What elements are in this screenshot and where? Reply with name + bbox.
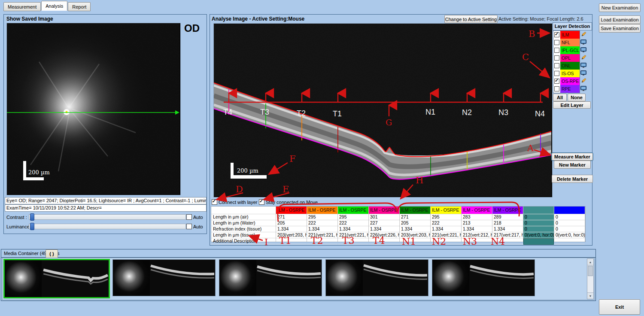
layer-color-band[interactable]: ONL (560, 62, 580, 70)
luminance-slider[interactable] (29, 224, 186, 229)
value-tissue[interactable]: 0(vert:0, hor:0) (523, 232, 554, 238)
value-description[interactable] (523, 238, 554, 245)
value-water[interactable]: 205 (400, 220, 430, 226)
value-description[interactable] (400, 238, 430, 244)
layer-color-band[interactable]: NFL (560, 39, 580, 46)
column-header[interactable] (554, 207, 585, 214)
column-header[interactable]: ILM - OSRPE (276, 207, 307, 214)
value-air[interactable]: 271 (400, 214, 430, 220)
value-water[interactable]: 227 (369, 220, 399, 226)
value-water[interactable]: 222 (307, 220, 337, 226)
value-water[interactable]: 213 (462, 220, 492, 226)
layer-checkbox[interactable] (554, 86, 559, 91)
value-refraction[interactable]: 1.334 (369, 226, 399, 232)
value-refraction[interactable]: 1.334 (492, 226, 523, 232)
value-tissue[interactable]: 203(vert:203, ho (400, 232, 430, 238)
value-tissue[interactable]: 221(vert:221, ho (338, 232, 368, 238)
value-air[interactable]: 0 (523, 214, 554, 220)
column-header[interactable]: ILM - OSRPE (431, 207, 461, 214)
value-tissue[interactable]: 221(vert:221, ho (307, 232, 337, 238)
value-air[interactable]: 271 (276, 214, 307, 220)
layer-checkbox[interactable] (554, 79, 559, 84)
column-header[interactable]: ILM - OSRPE (307, 207, 337, 214)
value-refraction[interactable]: 1.334 (338, 226, 368, 232)
layer-action[interactable] (580, 46, 587, 54)
measure-marker-button[interactable]: Measure Marker (552, 153, 593, 161)
value-refraction[interactable]: 1.334 (431, 226, 461, 232)
value-water[interactable]: 218 (492, 220, 523, 226)
new-marker-button[interactable]: New Marker (554, 161, 591, 169)
layer-color-band[interactable]: RPE (560, 85, 580, 93)
layers-none-button[interactable]: None (568, 94, 586, 101)
value-refraction[interactable]: 1.334 (462, 226, 492, 232)
value-water[interactable]: 0 (554, 220, 585, 226)
layer-action[interactable] (580, 69, 587, 77)
value-refraction[interactable]: 1.334 (307, 226, 337, 232)
column-header[interactable]: ILM - OSRPE (462, 207, 492, 214)
edit-layer-button[interactable]: Edit Layer (553, 101, 591, 109)
load-examination-button[interactable]: Load Examination (599, 15, 641, 24)
scroll-up-arrow[interactable]: ▲ (587, 259, 593, 265)
value-water[interactable]: 222 (431, 220, 461, 226)
value-refraction[interactable]: 1.334 (276, 226, 307, 232)
layer-action[interactable] (580, 38, 587, 46)
value-tissue[interactable]: 221(vert:221, ho (431, 232, 461, 238)
media-thumbnail[interactable] (219, 259, 322, 296)
value-description[interactable] (462, 238, 492, 244)
stay-connected-checkbox[interactable] (259, 199, 264, 205)
scroll-down-arrow[interactable]: ▼ (587, 292, 593, 299)
media-thumbnail[interactable] (432, 259, 535, 296)
value-tissue[interactable]: 212(vert:212, ho (462, 232, 492, 238)
change-active-setting-button[interactable]: Change to Active Setting (444, 15, 498, 23)
layers-all-button[interactable]: All (553, 94, 567, 101)
value-description[interactable] (492, 238, 523, 244)
value-air[interactable]: 283 (462, 214, 492, 220)
value-tissue[interactable]: 0(vert:0, hor:0) (554, 232, 585, 238)
column-header[interactable]: ILM - OSRPE (369, 207, 399, 214)
layer-color-band[interactable]: IPL-GCL (560, 46, 580, 54)
layer-checkbox[interactable] (554, 71, 559, 76)
value-description[interactable] (554, 238, 585, 244)
column-header[interactable] (523, 207, 554, 214)
layer-action[interactable] (580, 85, 587, 92)
layer-checkbox[interactable] (554, 48, 559, 53)
value-description[interactable] (369, 238, 399, 244)
media-scrollbar[interactable]: ▲ ▼ (587, 258, 594, 299)
layer-checkbox[interactable] (554, 55, 559, 61)
value-air[interactable]: 295 (338, 214, 368, 220)
value-water[interactable]: 222 (338, 220, 368, 226)
layer-color-band[interactable]: ILM (560, 31, 580, 39)
exit-button[interactable]: Exit (599, 299, 640, 315)
value-tissue[interactable]: 217(vert:217, ho (492, 232, 523, 238)
main-tab[interactable]: Analysis (41, 1, 67, 11)
layer-color-band[interactable]: OS-RPE (560, 77, 580, 85)
value-refraction[interactable]: 0 (523, 226, 554, 232)
layer-checkbox[interactable] (554, 32, 559, 37)
layer-checkbox[interactable] (554, 40, 559, 45)
value-water[interactable]: 0 (523, 220, 554, 226)
save-examination-button[interactable]: Save Examination (599, 24, 641, 33)
value-description[interactable] (276, 238, 307, 244)
delete-marker-button[interactable]: Delete Marker (552, 175, 593, 183)
value-refraction[interactable]: 0 (554, 226, 585, 232)
main-tab[interactable]: Measurement (3, 2, 41, 11)
column-header[interactable]: ILM - OSRPE (400, 207, 430, 214)
value-air[interactable]: 295 (431, 214, 461, 220)
layer-color-band[interactable]: IS-OS (560, 70, 580, 77)
value-description[interactable] (431, 238, 461, 244)
media-thumbnail[interactable] (112, 259, 216, 296)
contrast-slider[interactable] (29, 214, 186, 220)
oct-bscan-image[interactable]: T4 T3 T2 T1 N1 N2 N3 N4 G 200 µm (213, 23, 553, 198)
layer-color-band[interactable]: OPL (560, 54, 580, 62)
layer-checkbox[interactable] (554, 63, 559, 68)
value-water[interactable]: 205 (276, 220, 307, 226)
value-air[interactable]: 295 (307, 214, 337, 220)
value-tissue[interactable]: 226(vert:226, ho (369, 232, 399, 238)
media-thumbnail[interactable] (325, 259, 428, 296)
column-header[interactable]: ILM - OSRPE (492, 207, 523, 214)
column-header[interactable]: ILM - OSRPE (338, 207, 368, 214)
value-tissue[interactable]: 203(vert:203, ho (276, 232, 307, 238)
layer-action[interactable] (580, 61, 587, 69)
value-description[interactable] (307, 238, 337, 244)
connect-with-layer-checkbox[interactable] (212, 199, 217, 205)
